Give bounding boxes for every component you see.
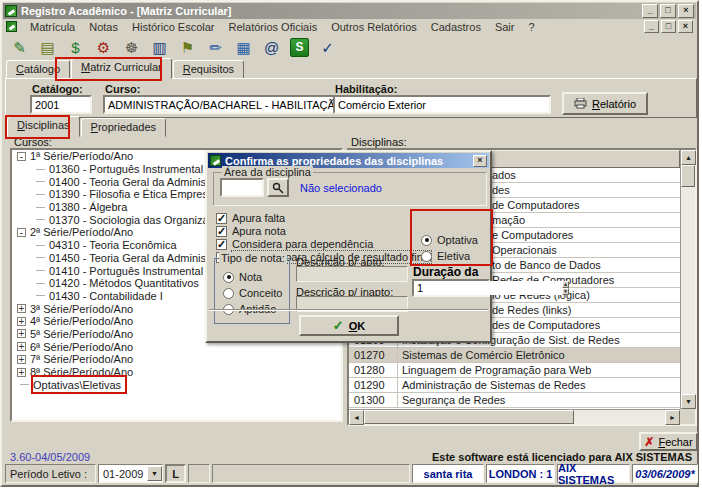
grid-row[interactable]: 01280Linguagem de Programação para Web bbox=[349, 363, 680, 378]
matricula-icon[interactable]: ✎ bbox=[7, 36, 32, 59]
area-input[interactable] bbox=[220, 178, 264, 197]
close-x-icon: ✗ bbox=[644, 435, 654, 449]
branch-line bbox=[36, 181, 45, 182]
title-bar: Registro Acadêmico - [Matriz Curricular]… bbox=[3, 3, 696, 19]
tipo-nota-label: Tipo de nota: bbox=[219, 252, 287, 264]
scroll-thumb[interactable] bbox=[681, 165, 695, 187]
branch-line bbox=[36, 245, 45, 246]
catalogo-label: Catálogo: bbox=[32, 83, 83, 95]
menu-notas[interactable]: Notas bbox=[82, 21, 125, 33]
radio-optativa[interactable]: Optativa bbox=[421, 234, 478, 246]
radio-conceito[interactable]: Conceito bbox=[223, 287, 282, 299]
menu-sair[interactable]: Sair bbox=[488, 21, 522, 33]
apto-input[interactable] bbox=[296, 266, 408, 282]
horizontal-scrollbar[interactable]: ◄ ► bbox=[349, 409, 680, 424]
maximize-icon[interactable]: □ bbox=[660, 4, 676, 18]
menu-ajuda[interactable]: ? bbox=[521, 21, 541, 33]
duracao-input[interactable] bbox=[414, 281, 562, 295]
area-status: Não selecionado bbox=[300, 182, 382, 194]
branch-line bbox=[36, 283, 45, 284]
mdi-close-icon[interactable]: × bbox=[678, 20, 693, 33]
l-button[interactable]: L bbox=[165, 464, 186, 483]
grid-row-selected[interactable]: 01270Sistemas de Comércio Eletrônico bbox=[349, 348, 680, 363]
chevron-down-icon[interactable]: ▼ bbox=[147, 466, 162, 481]
sistemas-icon[interactable]: S bbox=[287, 36, 312, 59]
branch-line bbox=[36, 270, 45, 271]
menu-outros-relatorios[interactable]: Outros Relatórios bbox=[324, 21, 424, 33]
radio-icon[interactable] bbox=[421, 251, 432, 262]
checkbox-considera-dependencia[interactable]: Considera para dependência bbox=[216, 238, 373, 250]
search-button[interactable] bbox=[267, 178, 289, 197]
email-search-icon[interactable]: @ bbox=[259, 36, 284, 59]
window-title: Registro Acadêmico - [Matriz Curricular] bbox=[21, 5, 642, 17]
radio-icon[interactable] bbox=[223, 288, 234, 299]
menu-matricula[interactable]: Matrícula bbox=[23, 21, 82, 33]
checkbox-checked-icon[interactable] bbox=[216, 213, 227, 224]
menu-historico-escolar[interactable]: Histórico Escolar bbox=[125, 21, 222, 33]
checkbox-checked-icon[interactable] bbox=[216, 239, 227, 250]
scroll-thumb[interactable] bbox=[364, 410, 574, 424]
tab-requisitos[interactable]: Requisitos bbox=[173, 60, 244, 79]
close-icon[interactable]: × bbox=[678, 4, 694, 18]
habilitacao-input[interactable] bbox=[333, 95, 551, 114]
catalogo-input[interactable] bbox=[30, 95, 92, 114]
scroll-up-icon[interactable]: ▲ bbox=[681, 150, 696, 165]
cursos-label: Cursos: bbox=[14, 136, 52, 148]
spin-up-icon[interactable]: ▲ bbox=[562, 281, 569, 288]
curso-input[interactable] bbox=[103, 95, 351, 114]
expand-icon[interactable] bbox=[17, 304, 26, 313]
scroll-left-icon[interactable]: ◄ bbox=[349, 410, 364, 425]
menu-relatorios-oficiais[interactable]: Relatórios Oficiais bbox=[222, 21, 325, 33]
tree-node-optativas-eletivas[interactable]: Optativas\Eletivas bbox=[12, 378, 341, 391]
collapse-icon[interactable] bbox=[17, 152, 26, 161]
tree-node-serie8[interactable]: 8ª Série/Período/Ano bbox=[12, 366, 341, 379]
duracao-spinner[interactable]: ▲ ▼ bbox=[412, 279, 490, 297]
tab-propriedades[interactable]: Propriedades bbox=[81, 118, 166, 137]
checkbox-checked-icon[interactable] bbox=[216, 226, 227, 237]
mdi-restore-icon[interactable]: □ bbox=[661, 20, 676, 33]
access-key-icon[interactable]: ⚑ bbox=[175, 36, 200, 59]
version-text: 3.60-04/05/2009 bbox=[10, 451, 90, 463]
checkbox-apura-falta[interactable]: Apura falta bbox=[216, 212, 285, 224]
wheel-search-icon[interactable]: ☸ bbox=[119, 36, 144, 59]
radio-selected-icon[interactable] bbox=[421, 235, 432, 246]
expand-icon[interactable] bbox=[17, 342, 26, 351]
relatorio-button[interactable]: Relatório bbox=[562, 92, 648, 115]
expand-icon[interactable] bbox=[17, 317, 26, 326]
grid-row[interactable]: 01290Administração de Sistemas de Redes bbox=[349, 378, 680, 393]
money-bag-icon[interactable]: $ bbox=[63, 36, 88, 59]
scroll-right-icon[interactable]: ► bbox=[665, 410, 680, 425]
expand-icon[interactable] bbox=[17, 355, 26, 364]
gear-icon[interactable]: ⚙ bbox=[91, 36, 116, 59]
tab-matriz-curricular[interactable]: Matriz Curricular bbox=[71, 58, 172, 79]
radio-nota[interactable]: Nota bbox=[223, 271, 262, 283]
checkbox-apura-nota[interactable]: Apura nota bbox=[216, 225, 286, 237]
ok-button[interactable]: ✓ OK bbox=[299, 315, 399, 336]
scroll-down-icon[interactable]: ▼ bbox=[681, 394, 696, 409]
tab-catalogo[interactable]: Catálogo bbox=[6, 60, 70, 79]
tab-disciplinas[interactable]: Disciplinas bbox=[7, 116, 80, 137]
grid-row[interactable]: 01300Segurança de Redes bbox=[349, 393, 680, 408]
dialog-icon bbox=[210, 155, 221, 166]
vertical-scrollbar[interactable]: ▲ ▼ bbox=[680, 150, 695, 409]
fechar-button[interactable]: ✗ Fechar bbox=[639, 432, 698, 451]
globe-pencil-icon[interactable]: ✏ bbox=[203, 36, 228, 59]
pagamentos-icon[interactable]: ▤ bbox=[35, 36, 60, 59]
radio-eletiva[interactable]: Eletiva bbox=[421, 250, 470, 262]
minimize-icon[interactable]: _ bbox=[642, 4, 658, 18]
menu-cadastros[interactable]: Cadastros bbox=[424, 21, 488, 33]
mdi-minimize-icon[interactable]: _ bbox=[644, 20, 659, 33]
globe-calc-icon[interactable]: ▦ bbox=[231, 36, 256, 59]
expand-icon[interactable] bbox=[17, 368, 26, 377]
reports-icon[interactable]: ▥ bbox=[147, 36, 172, 59]
tree-node-serie7[interactable]: 7ª Série/Período/Ano bbox=[12, 353, 341, 366]
expand-icon[interactable] bbox=[17, 329, 26, 338]
branch-line bbox=[36, 169, 45, 170]
dialog-close-icon[interactable]: × bbox=[473, 155, 487, 167]
spin-down-icon[interactable]: ▼ bbox=[562, 288, 569, 295]
check-document-icon[interactable]: ✓ bbox=[315, 36, 340, 59]
collapse-icon[interactable] bbox=[17, 228, 26, 237]
radio-selected-icon[interactable] bbox=[223, 272, 234, 283]
toolbar: ✎ ▤ $ ⚙ ☸ ▥ ⚑ ✏ ▦ @ S ✓ bbox=[3, 34, 696, 60]
periodo-letivo-combobox[interactable]: 01-2009 ▼ bbox=[98, 464, 163, 483]
